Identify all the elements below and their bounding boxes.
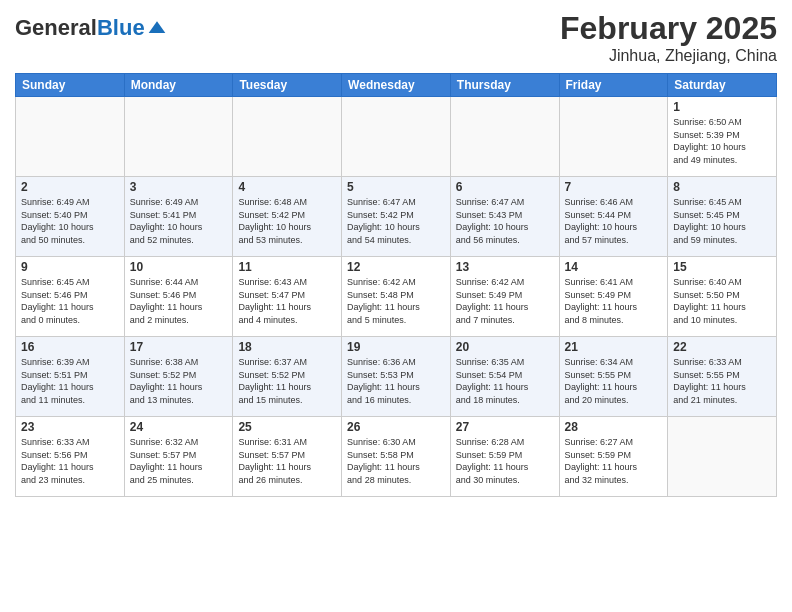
calendar-day-cell: 1Sunrise: 6:50 AM Sunset: 5:39 PM Daylig… xyxy=(668,97,777,177)
calendar-day-cell: 7Sunrise: 6:46 AM Sunset: 5:44 PM Daylig… xyxy=(559,177,668,257)
day-number: 23 xyxy=(21,420,119,434)
calendar-day-cell xyxy=(559,97,668,177)
calendar-day-cell: 12Sunrise: 6:42 AM Sunset: 5:48 PM Dayli… xyxy=(342,257,451,337)
calendar-day-cell: 14Sunrise: 6:41 AM Sunset: 5:49 PM Dayli… xyxy=(559,257,668,337)
day-info: Sunrise: 6:32 AM Sunset: 5:57 PM Dayligh… xyxy=(130,436,228,486)
calendar-day-cell xyxy=(668,417,777,497)
day-info: Sunrise: 6:37 AM Sunset: 5:52 PM Dayligh… xyxy=(238,356,336,406)
day-number: 5 xyxy=(347,180,445,194)
day-number: 2 xyxy=(21,180,119,194)
calendar-day-cell: 27Sunrise: 6:28 AM Sunset: 5:59 PM Dayli… xyxy=(450,417,559,497)
day-info: Sunrise: 6:49 AM Sunset: 5:41 PM Dayligh… xyxy=(130,196,228,246)
day-number: 18 xyxy=(238,340,336,354)
calendar-day-cell: 25Sunrise: 6:31 AM Sunset: 5:57 PM Dayli… xyxy=(233,417,342,497)
calendar-header-row: SundayMondayTuesdayWednesdayThursdayFrid… xyxy=(16,74,777,97)
calendar-day-cell: 21Sunrise: 6:34 AM Sunset: 5:55 PM Dayli… xyxy=(559,337,668,417)
day-info: Sunrise: 6:34 AM Sunset: 5:55 PM Dayligh… xyxy=(565,356,663,406)
calendar-day-cell: 20Sunrise: 6:35 AM Sunset: 5:54 PM Dayli… xyxy=(450,337,559,417)
calendar-day-cell: 6Sunrise: 6:47 AM Sunset: 5:43 PM Daylig… xyxy=(450,177,559,257)
calendar-week-row: 23Sunrise: 6:33 AM Sunset: 5:56 PM Dayli… xyxy=(16,417,777,497)
day-info: Sunrise: 6:31 AM Sunset: 5:57 PM Dayligh… xyxy=(238,436,336,486)
day-number: 21 xyxy=(565,340,663,354)
page: GeneralBlue February 2025 Jinhua, Zhejia… xyxy=(0,0,792,612)
calendar-week-row: 9Sunrise: 6:45 AM Sunset: 5:46 PM Daylig… xyxy=(16,257,777,337)
day-info: Sunrise: 6:45 AM Sunset: 5:46 PM Dayligh… xyxy=(21,276,119,326)
calendar-day-cell: 22Sunrise: 6:33 AM Sunset: 5:55 PM Dayli… xyxy=(668,337,777,417)
day-info: Sunrise: 6:48 AM Sunset: 5:42 PM Dayligh… xyxy=(238,196,336,246)
day-number: 27 xyxy=(456,420,554,434)
logo-icon xyxy=(147,18,167,38)
calendar-day-cell: 5Sunrise: 6:47 AM Sunset: 5:42 PM Daylig… xyxy=(342,177,451,257)
day-number: 12 xyxy=(347,260,445,274)
day-number: 24 xyxy=(130,420,228,434)
calendar-day-cell: 2Sunrise: 6:49 AM Sunset: 5:40 PM Daylig… xyxy=(16,177,125,257)
day-info: Sunrise: 6:41 AM Sunset: 5:49 PM Dayligh… xyxy=(565,276,663,326)
calendar-day-cell: 24Sunrise: 6:32 AM Sunset: 5:57 PM Dayli… xyxy=(124,417,233,497)
logo-general-text: General xyxy=(15,15,97,40)
day-info: Sunrise: 6:28 AM Sunset: 5:59 PM Dayligh… xyxy=(456,436,554,486)
day-number: 17 xyxy=(130,340,228,354)
calendar-week-row: 1Sunrise: 6:50 AM Sunset: 5:39 PM Daylig… xyxy=(16,97,777,177)
day-info: Sunrise: 6:40 AM Sunset: 5:50 PM Dayligh… xyxy=(673,276,771,326)
calendar-day-header: Monday xyxy=(124,74,233,97)
day-info: Sunrise: 6:44 AM Sunset: 5:46 PM Dayligh… xyxy=(130,276,228,326)
day-info: Sunrise: 6:45 AM Sunset: 5:45 PM Dayligh… xyxy=(673,196,771,246)
calendar-day-header: Tuesday xyxy=(233,74,342,97)
calendar-day-cell: 13Sunrise: 6:42 AM Sunset: 5:49 PM Dayli… xyxy=(450,257,559,337)
day-number: 8 xyxy=(673,180,771,194)
calendar-day-cell: 3Sunrise: 6:49 AM Sunset: 5:41 PM Daylig… xyxy=(124,177,233,257)
logo-blue-text: Blue xyxy=(97,15,145,40)
day-info: Sunrise: 6:46 AM Sunset: 5:44 PM Dayligh… xyxy=(565,196,663,246)
calendar-day-cell xyxy=(16,97,125,177)
day-number: 26 xyxy=(347,420,445,434)
calendar-day-header: Saturday xyxy=(668,74,777,97)
day-info: Sunrise: 6:42 AM Sunset: 5:48 PM Dayligh… xyxy=(347,276,445,326)
day-number: 4 xyxy=(238,180,336,194)
day-number: 1 xyxy=(673,100,771,114)
location: Jinhua, Zhejiang, China xyxy=(560,47,777,65)
calendar-day-cell: 28Sunrise: 6:27 AM Sunset: 5:59 PM Dayli… xyxy=(559,417,668,497)
calendar-week-row: 2Sunrise: 6:49 AM Sunset: 5:40 PM Daylig… xyxy=(16,177,777,257)
calendar-day-header: Wednesday xyxy=(342,74,451,97)
calendar-day-cell: 4Sunrise: 6:48 AM Sunset: 5:42 PM Daylig… xyxy=(233,177,342,257)
calendar-day-cell: 9Sunrise: 6:45 AM Sunset: 5:46 PM Daylig… xyxy=(16,257,125,337)
day-number: 10 xyxy=(130,260,228,274)
day-number: 16 xyxy=(21,340,119,354)
day-number: 3 xyxy=(130,180,228,194)
day-info: Sunrise: 6:33 AM Sunset: 5:55 PM Dayligh… xyxy=(673,356,771,406)
day-number: 22 xyxy=(673,340,771,354)
calendar-day-cell: 16Sunrise: 6:39 AM Sunset: 5:51 PM Dayli… xyxy=(16,337,125,417)
header: GeneralBlue February 2025 Jinhua, Zhejia… xyxy=(15,10,777,65)
day-info: Sunrise: 6:47 AM Sunset: 5:43 PM Dayligh… xyxy=(456,196,554,246)
day-info: Sunrise: 6:50 AM Sunset: 5:39 PM Dayligh… xyxy=(673,116,771,166)
day-info: Sunrise: 6:35 AM Sunset: 5:54 PM Dayligh… xyxy=(456,356,554,406)
calendar-day-cell: 17Sunrise: 6:38 AM Sunset: 5:52 PM Dayli… xyxy=(124,337,233,417)
month-year: February 2025 xyxy=(560,10,777,47)
day-number: 14 xyxy=(565,260,663,274)
day-number: 25 xyxy=(238,420,336,434)
day-info: Sunrise: 6:33 AM Sunset: 5:56 PM Dayligh… xyxy=(21,436,119,486)
logo: GeneralBlue xyxy=(15,15,167,41)
calendar-day-cell xyxy=(342,97,451,177)
calendar-week-row: 16Sunrise: 6:39 AM Sunset: 5:51 PM Dayli… xyxy=(16,337,777,417)
day-number: 28 xyxy=(565,420,663,434)
day-info: Sunrise: 6:39 AM Sunset: 5:51 PM Dayligh… xyxy=(21,356,119,406)
calendar-day-cell xyxy=(450,97,559,177)
calendar-day-cell: 18Sunrise: 6:37 AM Sunset: 5:52 PM Dayli… xyxy=(233,337,342,417)
title-block: February 2025 Jinhua, Zhejiang, China xyxy=(560,10,777,65)
day-info: Sunrise: 6:30 AM Sunset: 5:58 PM Dayligh… xyxy=(347,436,445,486)
calendar-day-cell: 26Sunrise: 6:30 AM Sunset: 5:58 PM Dayli… xyxy=(342,417,451,497)
day-number: 13 xyxy=(456,260,554,274)
calendar-day-cell: 11Sunrise: 6:43 AM Sunset: 5:47 PM Dayli… xyxy=(233,257,342,337)
calendar-day-header: Sunday xyxy=(16,74,125,97)
day-info: Sunrise: 6:47 AM Sunset: 5:42 PM Dayligh… xyxy=(347,196,445,246)
day-number: 9 xyxy=(21,260,119,274)
calendar-day-cell xyxy=(233,97,342,177)
day-number: 15 xyxy=(673,260,771,274)
calendar-day-cell: 8Sunrise: 6:45 AM Sunset: 5:45 PM Daylig… xyxy=(668,177,777,257)
day-number: 6 xyxy=(456,180,554,194)
day-info: Sunrise: 6:36 AM Sunset: 5:53 PM Dayligh… xyxy=(347,356,445,406)
day-number: 7 xyxy=(565,180,663,194)
calendar-day-cell xyxy=(124,97,233,177)
calendar-day-cell: 10Sunrise: 6:44 AM Sunset: 5:46 PM Dayli… xyxy=(124,257,233,337)
